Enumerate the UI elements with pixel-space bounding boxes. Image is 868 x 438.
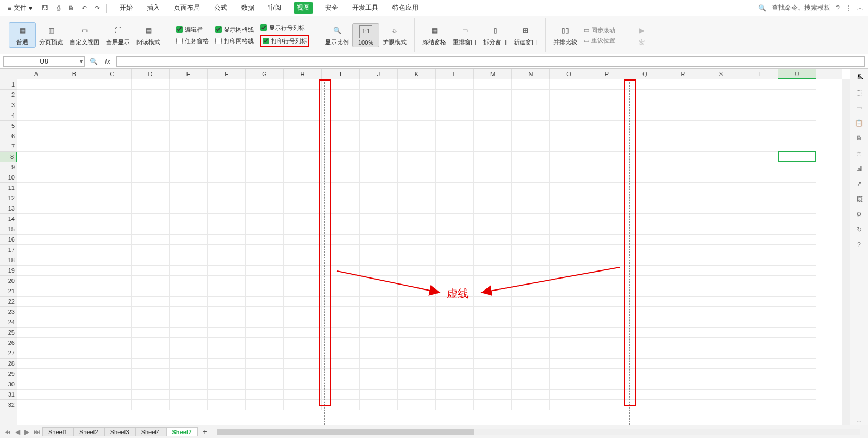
tab-formula[interactable]: 公式 [212,2,229,14]
row-header-19[interactable]: 19 [0,266,17,276]
macro-button[interactable]: ▶ 宏 [628,23,655,47]
sidepanel-settings-icon[interactable]: ⚙ [854,209,865,220]
syncscroll-button[interactable]: ▭同步滚动 [584,26,615,34]
print-icon[interactable]: ⎙ [54,4,63,13]
col-header-U[interactable]: U [778,69,816,79]
more-icon[interactable]: ⋮ [845,4,852,12]
sidepanel-more-icon[interactable]: … [854,414,865,425]
row-header-23[interactable]: 23 [0,307,17,317]
row-header-32[interactable]: 32 [0,400,17,410]
row-header-10[interactable]: 10 [0,172,17,183]
select-all-corner[interactable] [0,69,17,79]
formula-input[interactable] [116,56,865,67]
sidepanel-star-icon[interactable]: ☆ [854,148,865,159]
tab-pagelayout[interactable]: 页面布局 [172,2,202,14]
tab-data[interactable]: 数据 [239,2,257,14]
tab-insert[interactable]: 插入 [145,2,162,14]
sidepanel-toggle-icon[interactable]: ≡ [854,72,865,83]
col-header-R[interactable]: R [664,69,702,79]
sheet-nav-next[interactable]: ▶ [23,428,30,436]
vertical-scrollbar[interactable] [842,79,850,425]
split-button[interactable]: ▯ 拆分窗口 [480,23,510,47]
zoom-ratio-button[interactable]: 🔍 显示比例 [322,23,352,47]
search-label[interactable]: 查找命令、搜索模板 [772,3,830,13]
col-header-J[interactable]: J [360,69,398,79]
sidepanel-help-icon[interactable]: ? [854,239,865,250]
col-header-E[interactable]: E [170,69,208,79]
chevron-down-icon[interactable]: ▾ [80,58,83,64]
search-icon[interactable]: 🔍 [758,4,766,12]
chk-taskpane[interactable]: 任务窗格 [176,37,209,45]
view-fullscreen-button[interactable]: ⛶ 全屏显示 [103,23,133,47]
row-header-7[interactable]: 7 [0,141,17,152]
col-header-G[interactable]: G [246,69,284,79]
name-box[interactable]: U8 ▾ [3,56,85,67]
chk-printhdr[interactable]: 打印行号列标 [260,35,309,47]
sidepanel-gallery-icon[interactable]: 🗎 [854,133,865,144]
resetpos-button[interactable]: ▭重设位置 [584,36,615,45]
sheet-tab-Sheet3[interactable]: Sheet3 [104,427,135,436]
undo-icon[interactable]: ↶ [80,4,89,13]
sheet-nav-first[interactable]: ⏮ [3,428,12,436]
row-header-22[interactable]: 22 [0,297,17,307]
horizontal-scrollbar[interactable] [217,429,860,435]
file-menu-button[interactable]: ≡ 文件 ▾ [4,2,35,14]
col-header-Q[interactable]: Q [626,69,664,79]
zoom-100-button[interactable]: 1:1 100% [352,23,379,47]
col-header-K[interactable]: K [398,69,436,79]
row-header-26[interactable]: 26 [0,338,17,348]
row-header-20[interactable]: 20 [0,276,17,286]
row-header-12[interactable]: 12 [0,193,17,203]
col-header-P[interactable]: P [588,69,626,79]
eyecare-button[interactable]: ☼ 护眼模式 [379,23,410,47]
preview-icon[interactable]: 🗎 [67,4,76,13]
row-headers[interactable]: 1234567891011121314151617181920212223242… [0,79,17,425]
col-header-A[interactable]: A [17,69,55,79]
col-header-H[interactable]: H [284,69,322,79]
row-header-6[interactable]: 6 [0,131,17,141]
help-icon[interactable]: ? [836,4,840,12]
row-header-11[interactable]: 11 [0,183,17,193]
sidepanel-layers-icon[interactable]: ▭ [854,102,865,113]
sidepanel-clipboard-icon[interactable]: 📋 [854,118,865,128]
col-header-T[interactable]: T [740,69,778,79]
row-header-8[interactable]: 8 [0,152,17,162]
row-header-29[interactable]: 29 [0,369,17,379]
zoom-fx-icon[interactable]: 🔍 [88,58,99,65]
row-header-3[interactable]: 3 [0,100,17,110]
row-header-17[interactable]: 17 [0,245,17,255]
row-header-31[interactable]: 31 [0,390,17,400]
col-header-D[interactable]: D [132,69,170,79]
view-normal-button[interactable]: ▦ 普通 [9,22,36,48]
tab-view[interactable]: 视图 [294,2,313,14]
arrange-button[interactable]: ▭ 重排窗口 [449,23,480,47]
chk-printgrid[interactable]: 打印网格线 [215,37,254,45]
sidebyside-button[interactable]: ▯▯ 并排比较 [550,23,580,47]
cells-area[interactable] [17,79,842,425]
chk-showhdr[interactable]: 显示行号列标 [260,24,309,32]
col-header-C[interactable]: C [93,69,132,79]
col-header-O[interactable]: O [550,69,588,79]
row-header-24[interactable]: 24 [0,317,17,328]
row-header-9[interactable]: 9 [0,162,17,172]
tab-review[interactable]: 审阅 [266,2,284,14]
col-header-N[interactable]: N [512,69,550,79]
sheet-tab-Sheet2[interactable]: Sheet2 [73,427,104,436]
row-header-21[interactable]: 21 [0,286,17,297]
col-header-M[interactable]: M [474,69,512,79]
column-headers[interactable]: ABCDEFGHIJKLMNOPQRSTU [17,69,842,79]
sidepanel-save-icon[interactable]: 🖫 [854,163,865,174]
freeze-button[interactable]: ▦ 冻结窗格 [419,23,449,47]
row-header-1[interactable]: 1 [0,79,17,90]
row-header-4[interactable]: 4 [0,110,17,121]
sidepanel-select-icon[interactable]: ⬚ [854,87,865,98]
sheet-nav-prev[interactable]: ◀ [14,428,21,436]
col-header-L[interactable]: L [436,69,474,79]
row-header-2[interactable]: 2 [0,90,17,100]
row-header-5[interactable]: 5 [0,121,17,131]
sheet-nav-last[interactable]: ⏭ [33,428,41,436]
sidepanel-image-icon[interactable]: 🖼 [854,194,865,205]
col-header-I[interactable]: I [322,69,360,79]
row-header-25[interactable]: 25 [0,328,17,338]
row-header-13[interactable]: 13 [0,203,17,214]
